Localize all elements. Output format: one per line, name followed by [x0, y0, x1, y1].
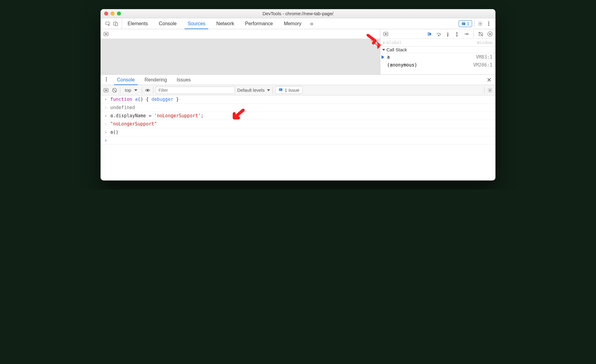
toggle-sidebar-icon[interactable]	[383, 31, 389, 37]
frame-name: (anonymous)	[387, 62, 417, 68]
console-gutter-icon: ›	[104, 97, 108, 102]
console-settings-icon[interactable]	[487, 87, 493, 93]
zoom-window-button[interactable]	[117, 12, 121, 15]
console-line-prompt[interactable]: ›	[101, 136, 495, 145]
step-icon[interactable]	[463, 31, 469, 37]
console-gutter-icon: ›	[104, 113, 108, 118]
issues-button[interactable]: 1 Issue	[275, 86, 303, 94]
tabs-overflow-button[interactable]: »	[309, 21, 315, 27]
main-tab-performance[interactable]: Performance	[240, 18, 279, 29]
console-sidebar-toggle-icon[interactable]	[103, 87, 109, 93]
issues-chip[interactable]: 1	[459, 20, 472, 27]
debugger-toolbar	[380, 29, 495, 39]
svg-point-12	[447, 35, 448, 36]
frame-name: a	[387, 54, 390, 60]
svg-point-18	[106, 79, 107, 79]
devtools-window: DevTools - chrome://new-tab-page/ Elemen…	[101, 9, 495, 180]
main-tab-sources[interactable]: Sources	[182, 18, 211, 29]
drawer-menu-icon[interactable]	[101, 77, 112, 83]
drawer-tab-strip: ConsoleRenderingIssues ✕	[101, 75, 495, 85]
console-gutter-icon: ›	[104, 138, 108, 143]
log-levels-selector[interactable]: Default levels	[237, 88, 270, 93]
console-line-in: ›a.displayName = 'noLongerSupport';	[101, 112, 495, 120]
svg-point-6	[488, 23, 489, 24]
device-toolbar-icon[interactable]	[113, 21, 119, 27]
settings-icon[interactable]	[477, 21, 483, 27]
sources-editor-toolbar	[101, 29, 380, 39]
issues-button-label: 1 Issue	[285, 88, 299, 93]
minimize-window-button[interactable]	[111, 12, 115, 15]
call-stack-title: Call Stack	[386, 47, 407, 52]
svg-rect-16	[490, 33, 491, 35]
main-tab-network[interactable]: Network	[211, 18, 240, 29]
traffic-lights	[104, 12, 121, 15]
drawer-tab-console[interactable]: Console	[112, 75, 140, 85]
main-tabs: ElementsConsoleSourcesNetworkPerformance…	[122, 18, 307, 29]
live-expression-icon[interactable]	[145, 87, 151, 93]
drawer-close-icon[interactable]: ✕	[483, 76, 495, 84]
svg-point-19	[106, 81, 107, 81]
svg-point-7	[488, 25, 489, 26]
scope-global-row[interactable]: Global Window	[380, 39, 495, 46]
debugger-sidebar: Global Window Call Stack aVM83:1(anonymo…	[380, 29, 495, 74]
log-levels-label: Default levels	[237, 88, 265, 93]
main-tab-console[interactable]: Console	[153, 18, 182, 29]
context-selector[interactable]: top	[123, 87, 139, 94]
editor-empty-area	[101, 39, 380, 74]
console-toolbar: top Default levels 1 Issue	[101, 85, 495, 95]
console-line-out: ‹undefined	[101, 104, 495, 112]
console-line-in: ›function a() { debugger }	[101, 95, 495, 104]
console-line-out: ‹"noLongerSupport"	[101, 120, 495, 128]
clear-console-icon[interactable]	[111, 87, 118, 93]
console-code: "noLongerSupport"	[110, 121, 157, 127]
svg-rect-15	[489, 33, 490, 35]
context-label: top	[125, 88, 131, 93]
stack-frame[interactable]: aVM83:1	[380, 53, 495, 61]
console-gutter-icon: ‹	[104, 105, 108, 110]
pause-on-exceptions-icon[interactable]	[487, 31, 493, 37]
frame-location: VM206:1	[473, 62, 492, 68]
console-code: a()	[110, 129, 118, 135]
call-stack-header[interactable]: Call Stack	[380, 46, 495, 53]
deactivate-breakpoints-icon[interactable]	[478, 31, 484, 37]
svg-point-17	[106, 77, 107, 78]
main-tab-strip: ElementsConsoleSourcesNetworkPerformance…	[101, 18, 495, 29]
svg-point-11	[438, 35, 439, 36]
main-tab-memory[interactable]: Memory	[278, 18, 307, 29]
frame-location: VM83:1	[476, 54, 492, 60]
scope-value: Window	[477, 40, 492, 45]
svg-rect-3	[462, 22, 465, 25]
step-over-icon[interactable]	[436, 31, 442, 37]
svg-point-24	[489, 89, 491, 91]
close-window-button[interactable]	[104, 12, 108, 15]
console-line-in: ›a()	[101, 128, 495, 136]
svg-point-13	[457, 35, 457, 36]
window-title: DevTools - chrome://new-tab-page/	[101, 11, 495, 16]
scope-label: Global	[386, 40, 402, 45]
console-output[interactable]: ›function a() { debugger }‹undefined›a.d…	[101, 95, 495, 180]
step-into-icon[interactable]	[445, 31, 451, 37]
sources-panel: Global Window Call Stack aVM83:1(anonymo…	[101, 29, 495, 75]
console-code: undefined	[110, 105, 135, 110]
call-stack-list: aVM83:1(anonymous)VM206:1	[380, 53, 495, 69]
svg-rect-0	[106, 22, 109, 25]
inspect-element-icon[interactable]	[105, 21, 111, 27]
main-tab-elements[interactable]: Elements	[122, 18, 153, 29]
kebab-menu-icon[interactable]	[486, 21, 492, 27]
svg-point-22	[147, 89, 149, 91]
step-out-icon[interactable]	[454, 31, 460, 37]
window-titlebar: DevTools - chrome://new-tab-page/	[101, 9, 495, 18]
svg-point-5	[488, 22, 489, 22]
resume-script-icon[interactable]	[426, 31, 433, 37]
stack-frame[interactable]: (anonymous)VM206:1	[380, 61, 495, 69]
svg-point-4	[480, 23, 481, 24]
drawer-tab-rendering[interactable]: Rendering	[140, 75, 172, 85]
filter-input[interactable]	[156, 87, 235, 94]
resume-content-icon[interactable]	[103, 31, 109, 37]
console-gutter-icon: ‹	[104, 121, 108, 127]
sources-editor-area	[101, 29, 380, 74]
console-gutter-icon: ›	[104, 129, 108, 135]
svg-rect-10	[428, 32, 429, 36]
svg-point-14	[468, 33, 468, 34]
drawer-tab-issues[interactable]: Issues	[172, 75, 196, 85]
